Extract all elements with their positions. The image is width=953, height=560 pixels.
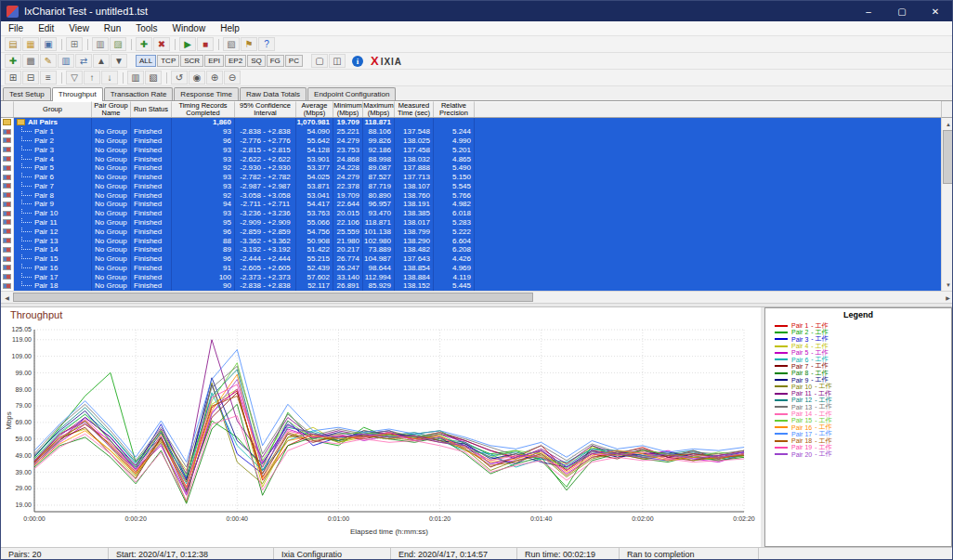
filter-icon[interactable]: ▽ xyxy=(66,71,83,85)
tab-transaction-rate[interactable]: Transaction Rate xyxy=(104,87,174,100)
maximize-button[interactable]: ▢ xyxy=(885,1,919,21)
horizontal-scroll-thumb[interactable] xyxy=(13,293,533,302)
expand-all-icon[interactable]: ⊞ xyxy=(5,71,21,85)
legend-entry[interactable]: Pair 18- 工作 xyxy=(765,437,951,444)
refresh-icon[interactable]: ↺ xyxy=(171,71,188,85)
table-row[interactable]: Pair 1No GroupFinished93-2.838 - +2.8385… xyxy=(1,127,941,137)
vertical-scroll-thumb[interactable] xyxy=(943,130,953,184)
tab-response-time[interactable]: Response Time xyxy=(174,87,239,100)
protocol-filter-tcp[interactable]: TCP xyxy=(157,55,179,67)
menu-file[interactable]: File xyxy=(1,21,31,35)
legend-entry[interactable]: Pair 15- 工作 xyxy=(765,417,951,423)
table-row[interactable]: All Pairs1,8601,070.98119.709118.871 xyxy=(1,118,941,127)
delete-pair-icon[interactable]: ✖ xyxy=(153,37,170,51)
table-row[interactable]: Pair 3No GroupFinished93-2.815 - +2.8155… xyxy=(1,145,941,154)
tab-endpoint-configuration[interactable]: Endpoint Configuration xyxy=(307,87,396,100)
legend-entry[interactable]: Pair 6- 工作 xyxy=(765,356,951,362)
table-row[interactable]: Pair 13No GroupFinished88-3.362 - +3.362… xyxy=(1,236,941,245)
protocol-filter-pc[interactable]: PC xyxy=(285,55,303,67)
table-row[interactable]: Pair 2No GroupFinished96-2.776 - +2.7765… xyxy=(1,137,941,146)
table-row[interactable]: Pair 7No GroupFinished93-2.987 - +2.9875… xyxy=(1,181,941,190)
snapshot-icon[interactable]: ◉ xyxy=(189,71,205,85)
wizard-icon[interactable]: ⚑ xyxy=(241,37,257,51)
move-up-icon[interactable]: ▲ xyxy=(93,54,110,68)
protocol-filter-scr[interactable]: SCR xyxy=(180,55,203,67)
legend-entry[interactable]: Pair 7- 工作 xyxy=(765,363,951,370)
save-test-icon[interactable]: ▣ xyxy=(40,37,57,51)
table-row[interactable]: Pair 12No GroupFinished96-2.859 - +2.859… xyxy=(1,227,941,236)
copy-icon[interactable]: ▥ xyxy=(92,37,109,51)
table-row[interactable]: Pair 9No GroupFinished94-2.711 - +2.7115… xyxy=(1,200,941,209)
column-header-pair-group-name[interactable]: Pair Group Name xyxy=(92,101,131,117)
legend-entry[interactable]: Pair 4- 工作 xyxy=(765,343,951,349)
column-header-average[interactable]: Average (Mbps) xyxy=(296,101,333,117)
protocol-filter-sq[interactable]: SQ xyxy=(247,55,266,67)
endpoint-view-icon[interactable]: ◫ xyxy=(329,54,346,68)
legend-entry[interactable]: Pair 11- 工作 xyxy=(765,390,951,397)
protocol-filter-all[interactable]: ALL xyxy=(136,55,156,67)
move-down-icon[interactable]: ▼ xyxy=(111,54,127,68)
chart-options-icon[interactable]: ▧ xyxy=(145,71,162,85)
table-row[interactable]: Pair 6No GroupFinished93-2.782 - +2.7825… xyxy=(1,173,941,182)
stop-test-icon[interactable]: ■ xyxy=(197,37,214,51)
table-horizontal-scrollbar[interactable]: ◀ ▶ xyxy=(1,291,953,303)
legend-entry[interactable]: Pair 3- 工作 xyxy=(765,336,951,343)
report-icon[interactable]: ▧ xyxy=(223,37,240,51)
tab-raw-data-totals[interactable]: Raw Data Totals xyxy=(240,87,307,100)
paste-icon[interactable]: ▨ xyxy=(110,37,126,51)
legend-entry[interactable]: Pair 2- 工作 xyxy=(765,329,951,335)
column-header-gutter[interactable] xyxy=(1,101,14,117)
replicate-pair-icon[interactable]: ▥ xyxy=(58,54,74,68)
legend-entry[interactable]: Pair 1- 工作 xyxy=(765,322,951,329)
tab-throughput[interactable]: Throughput xyxy=(52,87,103,101)
legend-entry[interactable]: Pair 9- 工作 xyxy=(765,376,951,383)
legend-entry[interactable]: Pair 12- 工作 xyxy=(765,397,951,403)
group-tree-icon[interactable]: ≡ xyxy=(40,71,57,85)
menu-help[interactable]: Help xyxy=(213,21,247,35)
scroll-up-icon[interactable]: ▲ xyxy=(942,118,953,130)
open-test-icon[interactable]: ▦ xyxy=(22,37,39,51)
legend-entry[interactable]: Pair 17- 工作 xyxy=(765,431,951,437)
legend-entry[interactable]: Pair 13- 工作 xyxy=(765,404,951,410)
column-header-maximum[interactable]: Maximum (Mbps) xyxy=(363,101,395,117)
legend-entry[interactable]: Pair 19- 工作 xyxy=(765,444,951,450)
menu-window[interactable]: Window xyxy=(165,21,214,35)
legend-entry[interactable]: Pair 14- 工作 xyxy=(765,410,951,417)
legend-entry[interactable]: Pair 20- 工作 xyxy=(765,451,951,458)
swap-endpoints-icon[interactable]: ⇄ xyxy=(75,54,92,68)
legend-entry[interactable]: Pair 8- 工作 xyxy=(765,370,951,376)
new-test-icon[interactable]: ▤ xyxy=(5,37,21,51)
table-row[interactable]: Pair 5No GroupFinished92-2.930 - +2.9305… xyxy=(1,163,941,173)
column-header-run-status[interactable]: Run Status xyxy=(131,101,172,117)
table-vertical-scrollbar[interactable]: ▲ ▼ xyxy=(941,118,953,291)
column-header-confidence-interval[interactable]: 95% Confidence Interval xyxy=(235,101,296,117)
run-test-icon[interactable]: ▶ xyxy=(179,37,196,51)
add-group-icon[interactable]: ▩ xyxy=(22,54,39,68)
add-pair-icon[interactable]: ✚ xyxy=(136,37,152,51)
legend-entry[interactable]: Pair 10- 工作 xyxy=(765,384,951,390)
sort-descending-icon[interactable]: ↓ xyxy=(101,71,118,85)
table-row[interactable]: Pair 14No GroupFinished89-3.192 - +3.192… xyxy=(1,245,941,254)
table-row[interactable]: Pair 15No GroupFinished96-2.444 - +2.444… xyxy=(1,254,941,264)
tab-test-setup[interactable]: Test Setup xyxy=(3,87,51,100)
print-icon[interactable]: ⊞ xyxy=(66,37,83,51)
table-row[interactable]: Pair 11No GroupFinished95-2.909 - +2.909… xyxy=(1,218,941,228)
info-icon[interactable]: i xyxy=(352,56,363,67)
table-row[interactable]: Pair 16No GroupFinished91-2.605 - +2.605… xyxy=(1,264,941,273)
column-header-measured-time[interactable]: Measured Time (sec) xyxy=(395,101,434,117)
close-button[interactable]: ✕ xyxy=(919,1,952,21)
scroll-down-icon[interactable]: ▼ xyxy=(942,279,953,291)
minimize-button[interactable]: – xyxy=(852,1,885,21)
menu-view[interactable]: View xyxy=(61,21,97,35)
table-row[interactable]: Pair 18No GroupFinished90-2.838 - +2.838… xyxy=(1,281,941,291)
legend-entry[interactable]: Pair 16- 工作 xyxy=(765,423,951,430)
column-header-group[interactable]: Group xyxy=(14,101,92,117)
menu-edit[interactable]: Edit xyxy=(31,21,61,35)
menu-tools[interactable]: Tools xyxy=(128,21,164,35)
console-view-icon[interactable]: ▢ xyxy=(311,54,328,68)
column-header-timing-records[interactable]: Timing Records Completed xyxy=(172,101,235,117)
legend-entry[interactable]: Pair 5- 工作 xyxy=(765,349,951,356)
zoom-out-icon[interactable]: ⊖ xyxy=(224,71,241,85)
help-icon[interactable]: ? xyxy=(258,37,275,51)
protocol-filter-fg[interactable]: FG xyxy=(267,55,284,67)
